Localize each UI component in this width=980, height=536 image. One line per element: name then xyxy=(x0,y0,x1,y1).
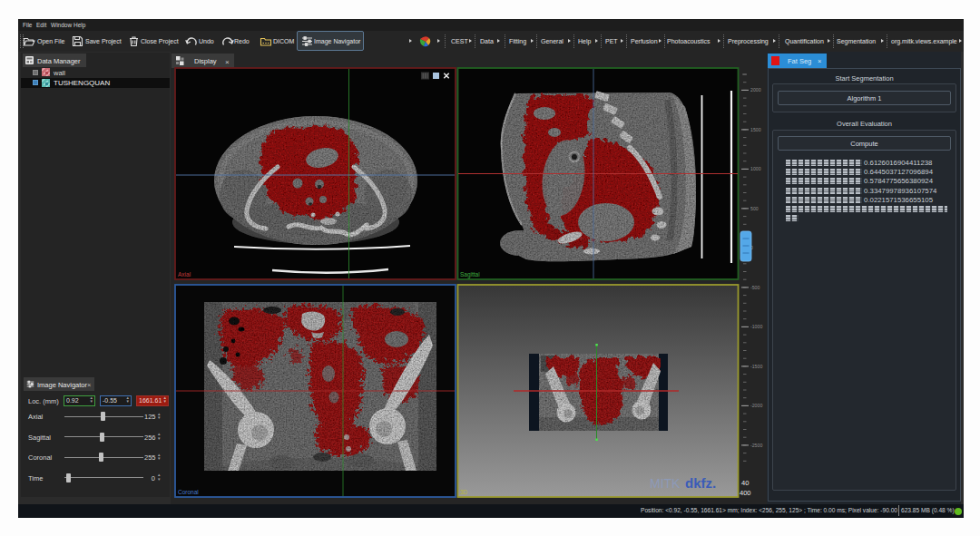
svg-text:40: 40 xyxy=(741,479,749,487)
svg-text:MITK: MITK xyxy=(650,476,681,491)
svg-text:Sagittal: Sagittal xyxy=(460,271,480,278)
svg-text:500: 500 xyxy=(750,206,759,211)
svg-text:-2500: -2500 xyxy=(750,443,762,448)
svg-text:400: 400 xyxy=(740,489,751,497)
svg-text:Display: Display xyxy=(194,57,217,65)
svg-text:1500: 1500 xyxy=(750,127,761,132)
svg-text:Axial: Axial xyxy=(178,271,191,278)
svg-text:dkfz.: dkfz. xyxy=(685,475,716,491)
svg-text:-1000: -1000 xyxy=(750,324,762,329)
svg-text:-500: -500 xyxy=(750,285,760,290)
svg-text:-2000: -2000 xyxy=(750,403,762,408)
svg-text:3D: 3D xyxy=(460,489,468,495)
svg-text:×: × xyxy=(225,58,230,66)
svg-text:Coronal: Coronal xyxy=(178,489,199,495)
svg-text:1000: 1000 xyxy=(750,166,761,171)
svg-text:-1500: -1500 xyxy=(750,364,762,369)
svg-text:2000: 2000 xyxy=(750,87,761,93)
